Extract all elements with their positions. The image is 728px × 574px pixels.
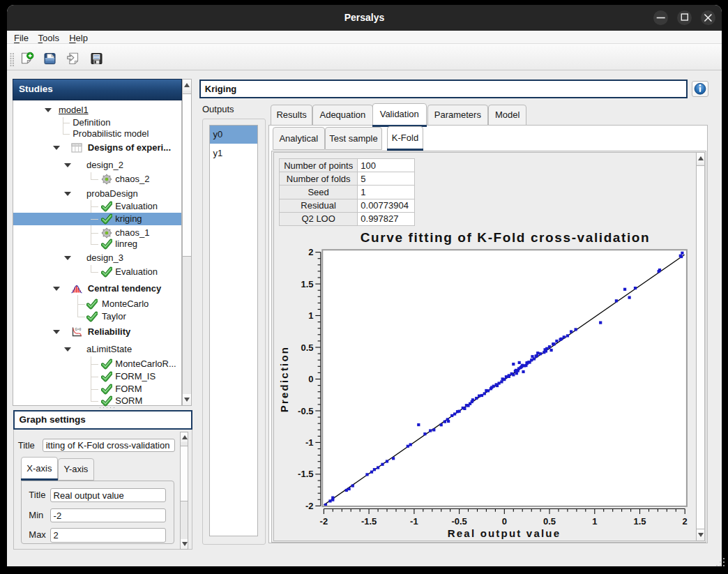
svg-text:Prediction: Prediction [278, 346, 290, 412]
svg-text:2: 2 [308, 247, 313, 257]
svg-text:0.5: 0.5 [543, 516, 556, 527]
svg-text:-1: -1 [410, 516, 418, 527]
svg-text:-1.5: -1.5 [298, 469, 313, 479]
svg-text:-2: -2 [305, 501, 314, 511]
svg-text:1.5: 1.5 [301, 279, 313, 289]
svg-text:-2: -2 [320, 516, 328, 527]
svg-text:-0.5: -0.5 [451, 516, 467, 527]
svg-text:-1.5: -1.5 [361, 516, 377, 527]
svg-text:1.5: 1.5 [633, 516, 646, 527]
svg-text:2: 2 [683, 516, 688, 527]
svg-text:0.5: 0.5 [301, 342, 313, 353]
svg-text:0: 0 [502, 516, 507, 527]
svg-text:1: 1 [592, 516, 597, 527]
svg-text:-0.5: -0.5 [298, 406, 313, 416]
svg-text:0: 0 [308, 374, 313, 384]
svg-text:Curve fitting of K-Fold cross-: Curve fitting of K-Fold cross-validation [361, 230, 651, 245]
svg-text:-1: -1 [305, 437, 314, 448]
svg-text:1: 1 [308, 310, 313, 321]
svg-text:Real output value: Real output value [448, 527, 561, 539]
